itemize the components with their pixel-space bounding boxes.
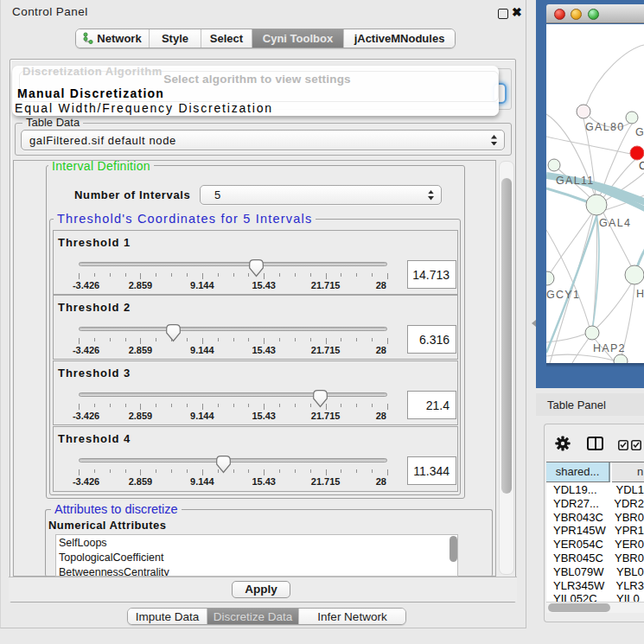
svg-text:C: C	[639, 160, 644, 172]
svg-text:G: G	[635, 126, 644, 138]
svg-text:GAL4: GAL4	[599, 217, 631, 229]
svg-text:HAP2: HAP2	[593, 342, 626, 354]
svg-text:GAL11: GAL11	[556, 175, 595, 187]
svg-text:GCY1: GCY1	[546, 289, 580, 301]
svg-text:H: H	[636, 288, 644, 300]
svg-text:GAL80: GAL80	[585, 121, 624, 133]
